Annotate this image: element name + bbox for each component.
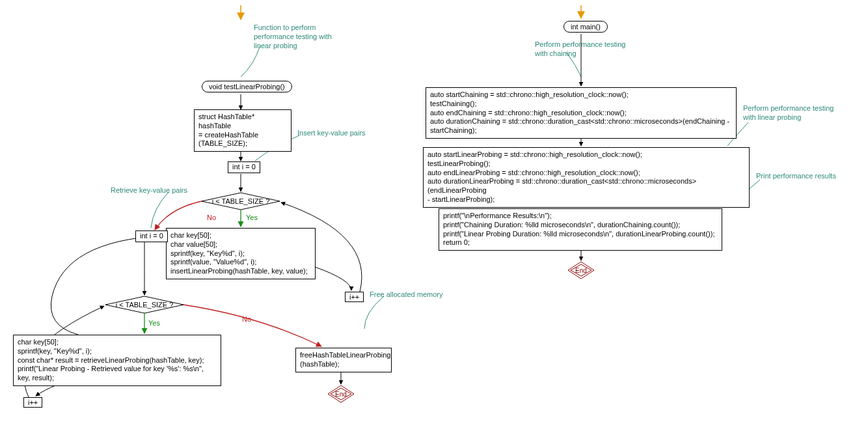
label-no-0: No bbox=[207, 214, 216, 223]
annot-chaining: Perform performance testing with chainin… bbox=[535, 40, 625, 59]
box-free: freeHashTableLinearProbing (hashTable); bbox=[295, 348, 392, 372]
box-inc1: i++ bbox=[23, 397, 42, 408]
box-body0: char key[50]; char value[50]; sprintf(ke… bbox=[166, 228, 316, 279]
box-linear-probing: auto startLinearProbing = std::chrono::h… bbox=[423, 147, 750, 208]
box-init1: int i = 0 bbox=[135, 230, 168, 242]
annot-free: Free allocated memory bbox=[370, 290, 443, 300]
terminal-left: void testLinearProbing() bbox=[202, 81, 292, 92]
label-no-1: No bbox=[242, 315, 251, 324]
box-chaining: auto startChaining = std::chrono::high_r… bbox=[426, 87, 737, 139]
annot-linear-probing: Perform performance testing with linear … bbox=[743, 104, 834, 122]
box-inc0: i++ bbox=[345, 292, 364, 302]
cond1-text: i < TABLE_SIZE ? bbox=[116, 301, 174, 309]
box-print: printf("\nPerformance Results:\n"); prin… bbox=[439, 208, 722, 251]
box-init0: int i = 0 bbox=[228, 161, 260, 173]
label-yes-0: Yes bbox=[246, 214, 258, 223]
terminal-right: int main() bbox=[563, 21, 608, 33]
annot-insert: Insert key-value pairs bbox=[297, 129, 366, 138]
annot-print: Print performance results bbox=[756, 172, 836, 181]
annot-function: Function to perform performance testing … bbox=[254, 23, 332, 50]
annot-retrieve: Retrieve key-value pairs bbox=[111, 186, 187, 195]
cond0-text: i < TABLE_SIZE ? bbox=[212, 197, 270, 205]
svg-text:End: End bbox=[335, 391, 347, 398]
svg-text:End: End bbox=[575, 267, 587, 274]
box-create-hashtable: struct HashTable* hashTable = createHash… bbox=[194, 109, 292, 152]
label-yes-1: Yes bbox=[148, 319, 160, 328]
box-body1: char key[50]; sprintf(key, "Key%d", i); … bbox=[13, 335, 221, 386]
